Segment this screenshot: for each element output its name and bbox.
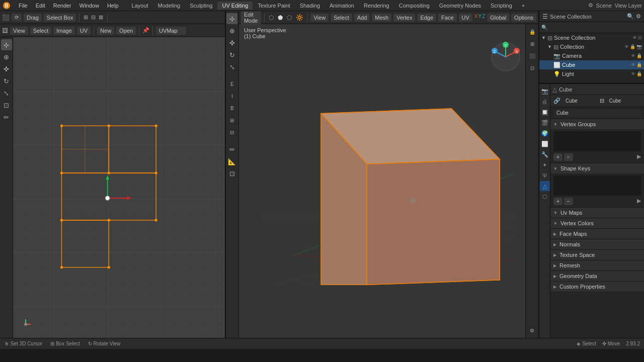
viewport-nav-gizmo[interactable]: X Y Z bbox=[491, 42, 521, 72]
ws-compositing[interactable]: Compositing bbox=[394, 2, 434, 10]
custom-properties-header[interactable]: ▶ Custom Properties bbox=[550, 282, 644, 292]
menu-edit[interactable]: Edit bbox=[32, 2, 49, 10]
props-tab-output[interactable]: 🖨 bbox=[540, 97, 550, 107]
tool-move[interactable]: ✜ bbox=[1, 63, 12, 74]
eye-icon2[interactable]: 👁 bbox=[624, 44, 629, 49]
vp-select-menu[interactable]: Select bbox=[331, 14, 352, 22]
ws-animation[interactable]: Animation bbox=[325, 2, 359, 10]
props-tab-particles[interactable]: ✦ bbox=[540, 160, 550, 170]
ws-modeling[interactable]: Modeling bbox=[153, 2, 185, 10]
menu-help[interactable]: Help bbox=[104, 2, 122, 10]
tool-select[interactable]: ⊹ bbox=[1, 39, 12, 50]
vp-vertex-menu[interactable]: Vertex bbox=[393, 14, 415, 22]
geometry-data-header[interactable]: ▶ Geometry Data bbox=[550, 271, 644, 281]
ws-rendering[interactable]: Rendering bbox=[359, 2, 394, 10]
lock-icon4[interactable]: 🔒 bbox=[636, 71, 642, 76]
lock-icon3[interactable]: 🔒 bbox=[636, 62, 642, 67]
vp-camera-lock[interactable]: 🔒 bbox=[527, 26, 538, 37]
vp-tool-select[interactable]: ⊹ bbox=[226, 13, 237, 24]
lock-icon[interactable]: 🔒 bbox=[630, 44, 635, 49]
vp-view-menu[interactable]: View bbox=[310, 14, 329, 22]
sk-remove-btn[interactable]: − bbox=[564, 198, 573, 205]
vp-tool-knife[interactable]: ⊟ bbox=[226, 127, 237, 138]
eye-icon3[interactable]: 👁 bbox=[631, 53, 635, 58]
uv-uv-menu[interactable]: UV bbox=[77, 27, 91, 35]
eye-icon4[interactable]: 👁 bbox=[631, 62, 635, 67]
shading-solid[interactable]: ⬟ bbox=[277, 13, 284, 22]
normals-header[interactable]: ▶ Normals bbox=[550, 239, 644, 249]
ws-geometry-nodes[interactable]: Geometry Nodes bbox=[435, 2, 486, 10]
vp-overlay[interactable]: ⬛ bbox=[527, 50, 538, 61]
uv-maps-header[interactable]: ▼ Uv Maps bbox=[550, 208, 644, 218]
vp-tool-rotate[interactable]: ↻ bbox=[226, 49, 237, 60]
mesh-link-icon[interactable]: 🔗 bbox=[553, 98, 560, 104]
uv-tool-icon3[interactable]: ⊠ bbox=[98, 13, 104, 22]
vg-arrow-right[interactable]: ▶ bbox=[637, 153, 641, 161]
vp-uv-menu[interactable]: UV bbox=[459, 14, 472, 22]
uv-mode-toggle[interactable]: ⟳ bbox=[12, 14, 22, 21]
tool-scale[interactable]: ⤡ bbox=[1, 87, 12, 99]
uv-view-menu[interactable]: View bbox=[10, 27, 28, 35]
vg-remove-btn[interactable]: − bbox=[564, 153, 573, 161]
outliner-item-scene-collection[interactable]: ▼ ▤ Scene Collection 👁 ⊟ bbox=[539, 33, 644, 42]
vp-options[interactable]: Options bbox=[511, 14, 536, 22]
outliner-search-input[interactable] bbox=[549, 25, 642, 30]
viewport-3d-canvas[interactable]: Edit Mode ⬡ ⬟ ⬠ 🔆 View Select Add Mesh V… bbox=[239, 11, 538, 338]
ws-sculpting[interactable]: Sculpting bbox=[185, 2, 217, 10]
props-tab-world[interactable]: 🌍 bbox=[540, 128, 550, 138]
sk-add-btn[interactable]: + bbox=[553, 198, 562, 205]
uv-select-mode[interactable]: Select Box bbox=[44, 14, 76, 22]
object-data-name[interactable]: Cube bbox=[606, 97, 641, 105]
props-tab-data[interactable]: △ bbox=[540, 181, 550, 191]
lock-icon2[interactable]: 🔒 bbox=[636, 53, 642, 58]
mesh-name-field[interactable]: Cube bbox=[553, 109, 641, 117]
ws-texture-paint[interactable]: Texture Paint bbox=[253, 2, 294, 10]
outliner-options-icon[interactable]: ⚙ bbox=[636, 13, 641, 20]
vp-tool-loop-cut[interactable]: ⊞ bbox=[226, 115, 237, 126]
uv-tool-icon2[interactable]: ⊟ bbox=[90, 13, 97, 22]
uv-open-btn[interactable]: Open bbox=[116, 27, 136, 35]
eye-icon5[interactable]: 👁 bbox=[631, 71, 635, 76]
vp-mesh-menu[interactable]: Mesh bbox=[372, 14, 391, 22]
uv-image-selector[interactable]: UVMap bbox=[156, 27, 186, 35]
shading-material[interactable]: ⬠ bbox=[286, 13, 293, 22]
tool-annotate[interactable]: ✏ bbox=[1, 112, 12, 123]
uv-tool-icon1[interactable]: ⊞ bbox=[83, 13, 89, 22]
shape-keys-header[interactable]: ▼ Shape Keys bbox=[550, 163, 644, 173]
tool-rotate[interactable]: ↻ bbox=[1, 75, 12, 86]
sk-arrow-right[interactable]: ▶ bbox=[637, 198, 641, 205]
cam-icon[interactable]: 📷 bbox=[636, 44, 642, 49]
viewport-3d-scene[interactable]: User Perspective (1) Cube bbox=[239, 24, 538, 338]
mesh-selector-icon[interactable]: ⊟ bbox=[600, 98, 604, 104]
vp-xray[interactable]: ⊡ bbox=[527, 62, 538, 73]
ws-add[interactable]: + bbox=[517, 2, 529, 10]
uv-select-menu[interactable]: Select bbox=[30, 27, 52, 35]
props-tab-physics[interactable]: Ψ bbox=[540, 170, 550, 180]
uv-image-menu[interactable]: Image bbox=[53, 27, 75, 35]
ws-scripting[interactable]: Scripting bbox=[486, 2, 517, 10]
vp-tool-scale[interactable]: ⤡ bbox=[226, 61, 237, 72]
filter-icon[interactable]: ⊟ bbox=[638, 35, 642, 40]
props-tab-object[interactable]: ⬜ bbox=[540, 139, 550, 149]
ws-uv-editing[interactable]: UV Editing bbox=[217, 2, 253, 10]
vp-tool-cursor[interactable]: ⊕ bbox=[226, 25, 237, 36]
props-tab-modifier[interactable]: 🔧 bbox=[540, 149, 550, 159]
menu-window[interactable]: Window bbox=[76, 2, 103, 10]
vp-tool-inset[interactable]: I bbox=[226, 90, 237, 102]
face-maps-header[interactable]: ▶ Face Maps bbox=[550, 229, 644, 239]
props-tab-view-layer[interactable]: 🔲 bbox=[540, 107, 550, 117]
vp-face-menu[interactable]: Face bbox=[438, 14, 456, 22]
ws-shading[interactable]: Shading bbox=[295, 2, 325, 10]
outliner-item-camera[interactable]: 📷 Camera 👁 🔒 bbox=[539, 51, 644, 60]
vp-tool-extrude[interactable]: E bbox=[226, 78, 237, 89]
vp-tool-measure[interactable]: 📐 bbox=[226, 156, 237, 167]
outliner-item-collection[interactable]: ▼ ▤ Collection 👁 🔒 📷 bbox=[539, 42, 644, 51]
shading-rendered[interactable]: 🔆 bbox=[295, 13, 304, 22]
outliner-filter-icon[interactable]: 🔍 bbox=[627, 13, 634, 20]
vp-tool-transform[interactable]: ⊡ bbox=[226, 168, 237, 179]
uv-canvas[interactable]: ⊹ ⊕ ✜ ↻ ⤡ ⊡ ✏ bbox=[0, 37, 225, 338]
remesh-header[interactable]: ▶ Remesh bbox=[550, 260, 644, 270]
vertex-groups-header[interactable]: ▼ Vertex Groups bbox=[550, 119, 644, 129]
shading-wireframe[interactable]: ⬡ bbox=[268, 13, 275, 22]
vp-tool-annotate[interactable]: ✏ bbox=[226, 144, 237, 155]
